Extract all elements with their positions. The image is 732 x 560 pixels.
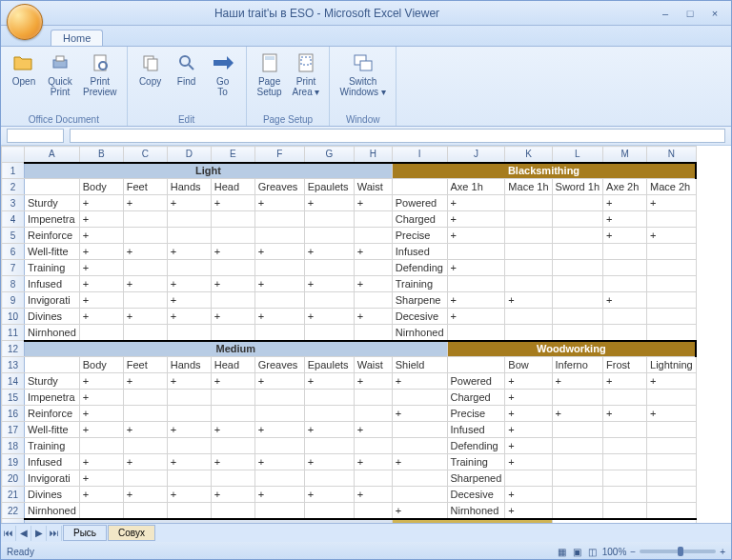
- cell[interactable]: [354, 325, 392, 341]
- zoom-slider[interactable]: [640, 550, 716, 553]
- row-header[interactable]: 20: [2, 470, 25, 487]
- row-header[interactable]: 19: [2, 454, 25, 470]
- office-button[interactable]: [7, 4, 43, 40]
- cell[interactable]: Divines: [25, 309, 80, 325]
- cell[interactable]: +: [254, 422, 304, 438]
- cell[interactable]: [25, 357, 80, 373]
- cell[interactable]: [167, 470, 211, 487]
- cell[interactable]: [603, 276, 647, 292]
- cell[interactable]: +: [167, 244, 211, 260]
- cell[interactable]: [447, 276, 505, 292]
- sheet-tab[interactable]: Рысь: [63, 525, 107, 541]
- cell[interactable]: Reinforce: [25, 228, 80, 244]
- cell[interactable]: +: [552, 373, 602, 390]
- cell[interactable]: Hands: [167, 357, 211, 373]
- cell[interactable]: Powered: [447, 373, 505, 390]
- cell[interactable]: [647, 276, 697, 292]
- cell[interactable]: [647, 422, 697, 438]
- cell[interactable]: Nirnhoned: [392, 325, 447, 341]
- cell[interactable]: +: [254, 487, 304, 503]
- cell[interactable]: Reinforce: [25, 406, 80, 422]
- cell[interactable]: +: [254, 454, 304, 470]
- cell[interactable]: Charged: [447, 390, 505, 406]
- row-header[interactable]: 13: [2, 357, 25, 373]
- cell[interactable]: +: [304, 454, 354, 470]
- cell[interactable]: +: [79, 244, 123, 260]
- cell[interactable]: [552, 390, 602, 406]
- row-header[interactable]: 4: [2, 211, 25, 228]
- cell[interactable]: [647, 390, 697, 406]
- col-header[interactable]: M: [603, 147, 647, 163]
- cell[interactable]: [167, 228, 211, 244]
- cell[interactable]: [304, 470, 354, 487]
- cell[interactable]: [123, 503, 167, 519]
- select-all[interactable]: [2, 147, 25, 163]
- cell[interactable]: [552, 325, 602, 341]
- cell[interactable]: Bow: [505, 357, 552, 373]
- cell[interactable]: Training: [25, 260, 80, 276]
- cell[interactable]: [211, 325, 254, 341]
- minimize-button[interactable]: –: [653, 5, 678, 22]
- cell[interactable]: [447, 325, 505, 341]
- cell[interactable]: +: [167, 292, 211, 309]
- cell[interactable]: +: [254, 309, 304, 325]
- cell[interactable]: [392, 390, 447, 406]
- cell[interactable]: Sturdy: [25, 195, 80, 211]
- cell[interactable]: [647, 470, 697, 487]
- cell[interactable]: +: [603, 373, 647, 390]
- cell[interactable]: [167, 211, 211, 228]
- cell[interactable]: Infused: [447, 422, 505, 438]
- col-header[interactable]: G: [304, 147, 354, 163]
- cell[interactable]: +: [304, 422, 354, 438]
- cell[interactable]: [552, 454, 602, 470]
- cell[interactable]: [354, 438, 392, 454]
- row-header[interactable]: 10: [2, 309, 25, 325]
- sheet-nav-button[interactable]: ⏭: [47, 526, 62, 541]
- cell[interactable]: +: [254, 373, 304, 390]
- cell[interactable]: +: [505, 438, 552, 454]
- cell[interactable]: [505, 260, 552, 276]
- cell[interactable]: [123, 211, 167, 228]
- cell[interactable]: [603, 454, 647, 470]
- ribbon-open[interactable]: Open: [7, 50, 41, 113]
- cell[interactable]: +: [647, 228, 697, 244]
- cell[interactable]: Waist: [354, 357, 392, 373]
- col-header[interactable]: B: [79, 147, 123, 163]
- cell[interactable]: [603, 422, 647, 438]
- cell[interactable]: [392, 422, 447, 438]
- cell[interactable]: +: [392, 373, 447, 390]
- cell[interactable]: +: [447, 195, 505, 211]
- cell[interactable]: [304, 292, 354, 309]
- cell[interactable]: [211, 470, 254, 487]
- row-header[interactable]: 22: [2, 503, 25, 519]
- cell[interactable]: +: [392, 454, 447, 470]
- cell[interactable]: +: [123, 195, 167, 211]
- cell[interactable]: [254, 260, 304, 276]
- cell[interactable]: [123, 390, 167, 406]
- cell[interactable]: +: [505, 390, 552, 406]
- row-header[interactable]: 15: [2, 390, 25, 406]
- row-header[interactable]: 14: [2, 373, 25, 390]
- cell[interactable]: [79, 503, 123, 519]
- sheet-nav-button[interactable]: ⏮: [1, 526, 16, 541]
- row-header[interactable]: 2: [2, 179, 25, 195]
- cell[interactable]: Axe 2h: [603, 179, 647, 195]
- cell[interactable]: Waist: [354, 179, 392, 195]
- cell[interactable]: [552, 470, 602, 487]
- cell[interactable]: +: [304, 487, 354, 503]
- cell[interactable]: +: [354, 244, 392, 260]
- cell[interactable]: [552, 260, 602, 276]
- cell[interactable]: Axe 1h: [447, 179, 505, 195]
- row-header[interactable]: 8: [2, 276, 25, 292]
- cell[interactable]: Body: [79, 357, 123, 373]
- cell[interactable]: +: [79, 309, 123, 325]
- cell[interactable]: +: [254, 195, 304, 211]
- cell[interactable]: Precise: [392, 228, 447, 244]
- cell[interactable]: [647, 244, 697, 260]
- cell[interactable]: Frost: [603, 357, 647, 373]
- cell[interactable]: [354, 260, 392, 276]
- row-header[interactable]: 11: [2, 325, 25, 341]
- cell[interactable]: [167, 325, 211, 341]
- cell[interactable]: [603, 487, 647, 503]
- cell[interactable]: [354, 503, 392, 519]
